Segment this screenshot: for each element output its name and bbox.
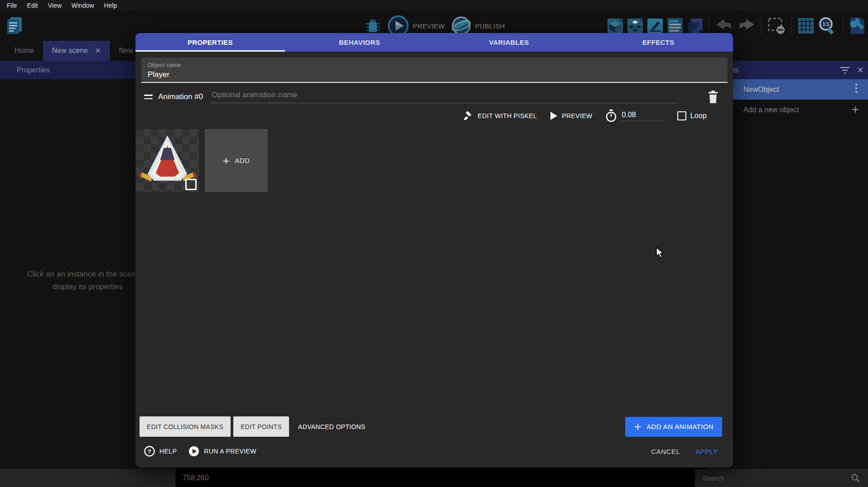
layers-icon[interactable]: [687, 17, 703, 34]
preview-animation-label: PREVIEW: [562, 112, 592, 119]
edit-with-piskel-button[interactable]: EDIT WITH PISKEL: [463, 110, 537, 121]
run-a-preview-button[interactable]: RUN A PREVIEW: [188, 446, 256, 457]
svg-text:?: ?: [148, 448, 151, 455]
stopwatch-icon: [605, 110, 617, 122]
object-editor-dialog: PROPERTIES BEHAVIORS VARIABLES EFFECTS O…: [135, 33, 733, 468]
toolbar-separator: [843, 16, 843, 35]
menu-help[interactable]: Help: [99, 2, 122, 9]
object-name-field-label: Object name: [148, 62, 721, 68]
animation-title: Animation #0: [158, 92, 203, 101]
filter-icon[interactable]: [837, 67, 853, 74]
edit-with-piskel-label: EDIT WITH PISKEL: [478, 112, 537, 119]
run-a-preview-label: RUN A PREVIEW: [204, 448, 256, 455]
animation-drag-handle[interactable]: [144, 95, 153, 99]
toolbar-separator: [761, 16, 762, 35]
object-name-label: NewObject: [743, 86, 779, 94]
zoom-1-1-icon[interactable]: 1:1: [818, 16, 837, 35]
dialog-tab-variables[interactable]: VARIABLES: [434, 33, 584, 52]
scene-properties-wrench-icon[interactable]: [849, 17, 866, 35]
publish-label: PUBLISH: [475, 22, 505, 30]
tab-new-scene[interactable]: New scene ✕: [43, 41, 110, 61]
cancel-button[interactable]: CANCEL: [651, 448, 680, 455]
close-panel-icon[interactable]: ✕: [853, 65, 868, 75]
toolbar-separator: [791, 16, 792, 35]
menu-bar: File Edit View Window Help: [0, 0, 868, 11]
objects-groups-icon[interactable]: [627, 17, 643, 34]
tab-home[interactable]: Home: [5, 41, 43, 61]
advanced-options-button[interactable]: ADVANCED OPTIONS: [292, 423, 371, 430]
time-between-frames-input[interactable]: [621, 111, 665, 121]
paintbrush-icon: [463, 110, 474, 121]
add-frame-button[interactable]: + ADD: [205, 129, 268, 192]
undo-icon[interactable]: [715, 18, 733, 33]
add-object-plus-icon: +: [852, 104, 859, 116]
search-input[interactable]: [695, 474, 851, 482]
trash-icon: [708, 91, 719, 103]
scene-events-list-icon[interactable]: [667, 17, 683, 34]
loop-checkbox[interactable]: [677, 111, 686, 120]
project-manager-icon[interactable]: [5, 16, 24, 35]
deselect-mask-icon[interactable]: [767, 17, 786, 35]
time-between-frames-control[interactable]: [605, 110, 665, 122]
grid-icon[interactable]: [798, 17, 814, 34]
add-an-animation-button[interactable]: + ADD AN ANIMATION: [625, 417, 722, 437]
dialog-tab-properties[interactable]: PROPERTIES: [135, 33, 285, 52]
loop-checkbox-control[interactable]: Loop: [677, 111, 707, 120]
help-icon: ?: [144, 446, 155, 457]
dialog-tab-behaviors[interactable]: BEHAVIORS: [285, 33, 434, 52]
svg-text:1:1: 1:1: [823, 22, 829, 27]
menu-view[interactable]: View: [43, 2, 67, 9]
edit-scene-pencil-icon[interactable]: [647, 17, 663, 34]
add-frame-label: ADD: [235, 157, 250, 164]
debugger-icon[interactable]: [364, 17, 381, 35]
object-search-bar: [695, 469, 868, 487]
object-name-field[interactable]: Object name: [141, 57, 728, 83]
tab-partial-label: New: [119, 47, 133, 55]
statusbar-left-segment: [0, 469, 175, 487]
object-options-kebab-icon[interactable]: [855, 84, 857, 93]
animation-name-input[interactable]: [211, 91, 679, 103]
toolbar-separator: [709, 16, 709, 35]
run-preview-icon: [188, 446, 199, 457]
delete-animation-button[interactable]: [708, 91, 719, 103]
edit-points-button[interactable]: EDIT POINTS: [233, 416, 289, 437]
object-name-input[interactable]: [148, 70, 721, 79]
menu-window[interactable]: Window: [67, 2, 99, 9]
play-icon: [550, 111, 558, 120]
menu-edit[interactable]: Edit: [22, 2, 43, 9]
apply-button[interactable]: APPLY: [695, 448, 718, 455]
add-object-cube-icon[interactable]: [607, 17, 623, 34]
close-tab-icon[interactable]: ✕: [95, 47, 101, 55]
cursor-coordinates: 758;260: [183, 469, 209, 487]
properties-panel-title: Properties: [17, 66, 50, 74]
preview-label: PREVIEW: [413, 22, 445, 30]
preview-animation-button[interactable]: PREVIEW: [550, 111, 592, 120]
menu-file[interactable]: File: [2, 2, 22, 9]
redo-icon[interactable]: [737, 18, 755, 33]
help-label: HELP: [159, 448, 177, 455]
edit-collision-masks-button[interactable]: EDIT COLLISION MASKS: [140, 416, 231, 437]
tab-home-label: Home: [14, 47, 34, 55]
dialog-tab-effects[interactable]: EFFECTS: [583, 33, 733, 52]
add-new-object-label: Add a new object: [743, 106, 799, 114]
search-icon: [851, 473, 860, 482]
tab-new-scene-label: New scene: [52, 47, 88, 55]
loop-label: Loop: [690, 112, 707, 120]
animation-frame-thumbnail[interactable]: [136, 129, 199, 192]
dialog-tab-bar: PROPERTIES BEHAVIORS VARIABLES EFFECTS: [135, 33, 733, 52]
frame-select-checkbox[interactable]: [185, 179, 197, 190]
add-an-animation-label: ADD AN ANIMATION: [646, 423, 714, 430]
help-button[interactable]: ? HELP: [144, 446, 177, 457]
